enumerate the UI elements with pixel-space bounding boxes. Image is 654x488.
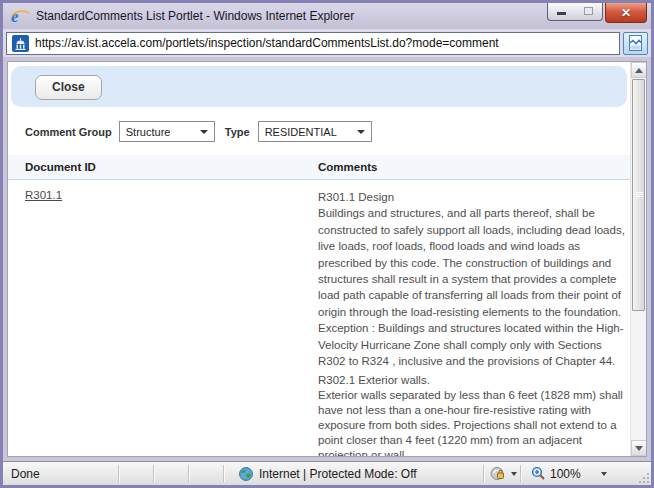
zoom-control[interactable]: 100% [531,466,607,481]
chevron-down-icon [357,130,365,134]
comment-group-select[interactable]: Structure [119,121,215,142]
scroll-up-button[interactable] [631,62,647,78]
statusbar-separator [188,465,190,482]
type-value: RESIDENTIAL [265,126,337,138]
table-row: R301.1 R301.1 Design Buildings and struc… [8,189,630,457]
scrollbar-thumb[interactable] [632,79,645,311]
vertical-scrollbar[interactable] [630,62,646,456]
zoom-level-text: 100% [550,467,581,481]
comment-paragraph: R301.1 Design [318,189,626,205]
chevron-down-icon [601,472,607,476]
comment-paragraph: R302.1 Exterior walls. [318,373,626,388]
type-label: Type [225,126,250,138]
accela-favicon [12,35,29,52]
address-bar: https://av.ist.accela.com/portlets/inspe… [3,29,651,57]
maximize-icon [584,7,593,15]
compatibility-view-button[interactable] [623,32,648,55]
browser-window: e StandardComments List Portlet - Window… [0,0,654,488]
status-bar: Done Internet | Protected Mode: Off [3,461,651,485]
scrollbar-grip-icon [636,192,643,198]
portlet-frame: Close Comment Group Structure Type RESID… [7,61,647,457]
close-window-button[interactable]: ✕ [605,3,647,23]
scroll-up-icon [635,68,643,73]
portlet-main: Close Comment Group Structure Type RESID… [8,66,630,457]
comments-cell: R301.1 Design Buildings and structures, … [318,189,626,457]
lock-badge-icon [490,466,506,481]
document-id-link[interactable]: R301.1 [25,189,62,201]
scroll-down-icon [635,446,643,451]
document-id-cell: R301.1 [8,189,318,457]
comment-paragraph: Buildings and structures, and all parts … [318,205,626,320]
statusbar-separator [223,465,225,482]
comment-group-value: Structure [126,126,171,138]
column-header-comments: Comments [318,161,630,173]
compatibility-view-icon [629,35,642,51]
statusbar-separator [118,465,120,482]
comment-paragraph: Exterior walls separated by less than 6 … [318,388,626,457]
window-title: StandardComments List Portlet - Windows … [36,9,354,23]
statusbar-separator [483,465,485,482]
content-area: Close Comment Group Structure Type RESID… [3,57,651,461]
security-report-control[interactable] [490,466,517,481]
globe-icon [239,467,253,481]
window-controls: ✕ [547,3,647,23]
url-text: https://av.ist.accela.com/portlets/inspe… [35,36,499,50]
chevron-down-icon [511,472,517,476]
title-bar[interactable]: e StandardComments List Portlet - Window… [3,3,651,29]
minimize-icon [557,12,566,15]
portlet-toolbar: Close [11,66,627,107]
statusbar-separator [520,465,522,482]
status-text: Done [11,467,40,481]
zone-text: Internet | Protected Mode: Off [259,467,417,481]
magnifier-plus-icon [531,466,546,481]
close-icon: ✕ [621,6,631,20]
comment-paragraph: Exception : Buildings and structures loc… [318,320,626,369]
table-header: Document ID Comments [8,155,630,180]
minimize-button[interactable] [548,3,575,20]
column-header-document-id: Document ID [8,161,318,173]
chevron-down-icon [200,130,208,134]
comment-group-label: Comment Group [25,126,112,138]
window-control-group [547,3,603,21]
statusbar-separator [153,465,155,482]
close-portlet-button[interactable]: Close [35,75,102,100]
security-zone-pane: Internet | Protected Mode: Off [239,467,417,481]
maximize-button[interactable] [575,3,602,20]
resize-grip[interactable] [639,473,649,483]
type-select[interactable]: RESIDENTIAL [258,121,372,142]
address-input[interactable]: https://av.ist.accela.com/portlets/inspe… [6,32,620,55]
scroll-down-button[interactable] [631,440,647,456]
internet-explorer-icon: e [10,7,30,25]
filter-row: Comment Group Structure Type RESIDENTIAL [25,121,630,142]
